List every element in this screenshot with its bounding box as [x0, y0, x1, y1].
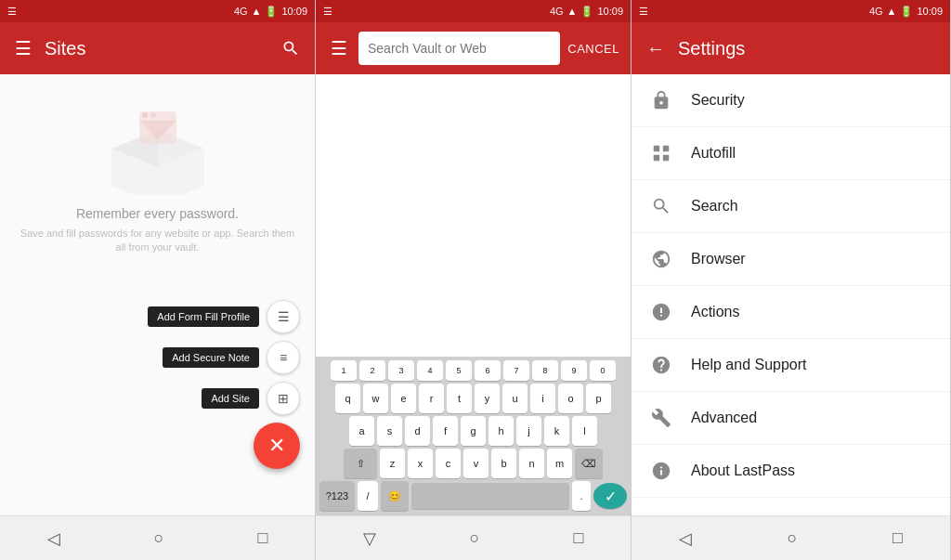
key-b[interactable]: b: [491, 449, 516, 478]
cancel-button[interactable]: CANCEL: [567, 42, 619, 56]
key-w[interactable]: w: [363, 384, 388, 413]
status-right-2: 4G ▲ 🔋 10:09: [550, 6, 623, 18]
settings-item-security[interactable]: Security: [632, 74, 950, 127]
menu-button[interactable]: ☰: [11, 33, 35, 63]
back-nav-button-2[interactable]: ▽: [356, 521, 384, 556]
globe-icon: [650, 248, 672, 270]
search-icon: [281, 39, 300, 58]
settings-item-autofill[interactable]: Autofill: [632, 127, 950, 180]
key-enter[interactable]: ✓: [593, 483, 627, 509]
recents-nav-button-2[interactable]: □: [567, 521, 592, 555]
settings-item-advanced[interactable]: Advanced: [632, 392, 950, 445]
recents-nav-button[interactable]: □: [251, 521, 276, 555]
key-t[interactable]: t: [447, 384, 472, 413]
settings-item-search[interactable]: Search: [632, 180, 950, 233]
key-o[interactable]: o: [558, 384, 583, 413]
home-nav-button-3[interactable]: ○: [780, 521, 805, 555]
fab-item-note[interactable]: Add Secure Note ≡: [163, 341, 300, 374]
settings-title: Settings: [678, 38, 745, 59]
battery-icon-2: 🔋: [580, 6, 593, 18]
key-8[interactable]: 8: [532, 360, 558, 381]
key-e[interactable]: e: [391, 384, 416, 413]
key-k[interactable]: k: [544, 416, 569, 446]
info-icon: [650, 460, 672, 482]
key-0[interactable]: 0: [590, 360, 616, 381]
status-left-3: ☰: [639, 6, 648, 18]
settings-security-label: Security: [691, 92, 745, 109]
status-bar-2: ☰ 4G ▲ 🔋 10:09: [316, 0, 631, 22]
fab-note-icon: ≡: [267, 341, 300, 374]
fab-close-button[interactable]: ✕: [254, 423, 300, 469]
settings-advanced-label: Advanced: [691, 410, 757, 426]
key-123[interactable]: ?123: [319, 481, 355, 511]
bottom-nav-3: ◁ ○ □: [632, 515, 950, 560]
question-icon: [650, 354, 672, 376]
key-v[interactable]: v: [463, 449, 489, 478]
key-h[interactable]: h: [489, 416, 514, 446]
grid-icon: [650, 142, 672, 164]
recents-nav-button-3[interactable]: □: [885, 521, 910, 555]
network-label-3: 4G: [869, 6, 883, 17]
key-z[interactable]: z: [380, 449, 405, 478]
search-menu-button[interactable]: ☰: [327, 33, 351, 63]
settings-item-help[interactable]: Help and Support: [632, 339, 950, 392]
sites-illustration: [102, 93, 214, 195]
key-c[interactable]: c: [436, 449, 461, 478]
settings-list: Security Autofill Search: [632, 74, 950, 515]
key-m[interactable]: m: [547, 449, 572, 478]
key-g[interactable]: g: [461, 416, 486, 446]
sites-empty-primary: Remember every password.: [76, 206, 239, 221]
key-i[interactable]: i: [530, 384, 555, 413]
key-j[interactable]: j: [516, 416, 541, 446]
sites-content: Remember every password. Save and fill p…: [0, 74, 315, 515]
search-button[interactable]: [278, 35, 304, 61]
key-3[interactable]: 3: [388, 360, 414, 381]
key-y[interactable]: y: [475, 384, 500, 413]
settings-item-browser[interactable]: Browser: [632, 233, 950, 286]
fab-item-site[interactable]: Add Site ⊞: [202, 382, 300, 415]
key-period[interactable]: .: [572, 481, 591, 511]
search-input[interactable]: [368, 41, 551, 56]
back-button[interactable]: ←: [643, 34, 669, 63]
wrench-icon: [650, 407, 672, 429]
key-4[interactable]: 4: [417, 360, 443, 381]
key-emoji[interactable]: 😊: [381, 481, 409, 511]
key-9[interactable]: 9: [561, 360, 587, 381]
home-nav-button[interactable]: ○: [147, 521, 172, 555]
status-bar-1: ☰ 4G ▲ 🔋 10:09: [0, 0, 315, 22]
key-5[interactable]: 5: [446, 360, 472, 381]
key-a[interactable]: a: [349, 416, 374, 446]
key-f[interactable]: f: [433, 416, 458, 446]
key-l[interactable]: l: [572, 416, 597, 446]
back-nav-button-3[interactable]: ◁: [671, 521, 699, 556]
key-7[interactable]: 7: [503, 360, 529, 381]
settings-item-actions[interactable]: Actions: [632, 286, 950, 339]
key-u[interactable]: u: [502, 384, 528, 413]
settings-browser-label: Browser: [691, 251, 746, 267]
key-slash[interactable]: /: [358, 481, 378, 511]
key-p[interactable]: p: [586, 384, 611, 413]
key-space[interactable]: [411, 483, 569, 509]
back-nav-button[interactable]: ◁: [40, 521, 68, 556]
search-empty-area: [316, 74, 631, 357]
key-1[interactable]: 1: [331, 360, 357, 381]
fab-item-form[interactable]: Add Form Fill Profile ☰: [148, 300, 300, 333]
key-x[interactable]: x: [408, 449, 433, 478]
sites-empty-secondary: Save and fill passwords for any website …: [0, 227, 315, 255]
settings-top-bar: ← Settings: [632, 22, 950, 74]
key-delete[interactable]: ⌫: [575, 449, 603, 478]
home-nav-button-2[interactable]: ○: [462, 521, 488, 555]
settings-item-about[interactable]: About LastPass: [632, 445, 950, 498]
key-d[interactable]: d: [405, 416, 430, 446]
network-label-2: 4G: [550, 6, 564, 17]
key-q[interactable]: q: [335, 384, 360, 413]
wifi-icon-3: ☰: [639, 6, 648, 18]
key-s[interactable]: s: [377, 416, 402, 446]
key-r[interactable]: r: [419, 384, 444, 413]
key-shift[interactable]: ⇧: [344, 449, 377, 478]
signal-icon: ▲: [252, 6, 262, 17]
key-2[interactable]: 2: [359, 360, 385, 381]
keyboard: 1 2 3 4 5 6 7 8 9 0 q w e r t y u i o p …: [316, 357, 631, 515]
key-n[interactable]: n: [519, 449, 544, 478]
key-6[interactable]: 6: [475, 360, 501, 381]
